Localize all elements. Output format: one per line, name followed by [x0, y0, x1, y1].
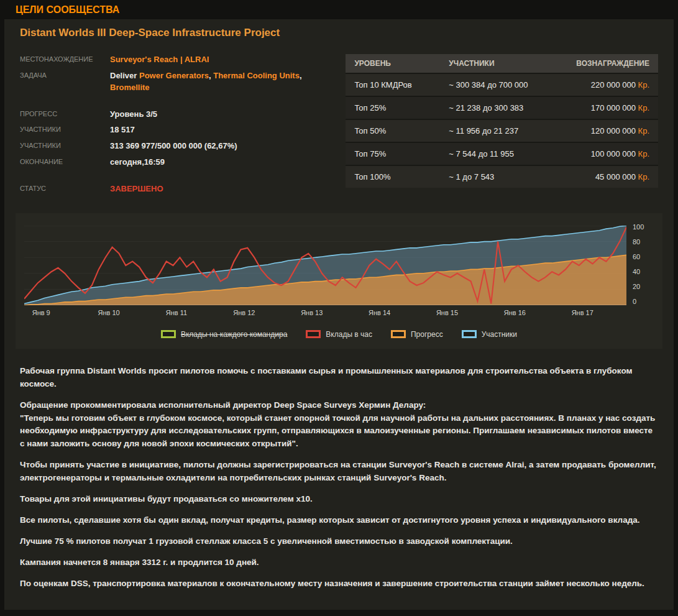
legend-color-box — [161, 330, 176, 338]
description-paragraph: Лучшие 75 % пилотов получат 1 грузовой с… — [20, 535, 658, 548]
x-axis-label: Янв 14 — [369, 309, 390, 316]
rewards-row: Топ 10 КМДРов~ 300 384 до 700 000220 000… — [346, 73, 658, 96]
x-axis-label: Янв 9 — [32, 309, 50, 316]
legend-color-box — [462, 330, 477, 338]
chart-y-axis: 100806040200 — [626, 223, 654, 305]
rewards-header-cell: УРОВЕНЬ — [346, 54, 440, 73]
goal-details: МЕСТОНАХОЖДЕНИЕSurveyor's Reach | ALRAIЗ… — [20, 54, 346, 200]
detail-value: сегодня,16:59 — [110, 157, 165, 168]
detail-row: УЧАСТНИКИ18 517 — [20, 124, 346, 136]
page-title: ЦЕЛИ СООБЩЕСТВА — [0, 0, 678, 19]
y-axis-label: 20 — [633, 283, 654, 290]
rewards-header-cell: ВОЗНАГРАЖДЕНИЕ — [567, 54, 658, 73]
currency-label: Кр. — [638, 172, 649, 182]
detail-label: СТАТУС — [20, 183, 110, 195]
participants-range-cell: ~ 1 до 7 543 — [440, 165, 567, 188]
reward-cell: 220 000 000 Кр. — [567, 73, 658, 96]
rewards-header-cell: УЧАСТНИКИ — [440, 54, 567, 73]
detail-value: Deliver Power Generators, Thermal Coolin… — [110, 70, 302, 94]
goal-chart — [24, 226, 626, 305]
x-axis-label: Янв 13 — [301, 309, 323, 316]
detail-value: 18 517 — [110, 124, 135, 136]
description-paragraph: Обращение прокомментировала исполнительн… — [20, 399, 658, 451]
chart-legend: Вклады на каждого командираВклады в часП… — [24, 330, 654, 339]
legend-color-box — [391, 330, 406, 338]
legend-label: Прогресс — [411, 330, 443, 339]
reward-cell: 170 000 000 Кр. — [567, 96, 658, 119]
legend-color-box — [306, 330, 321, 338]
reward-cell: 120 000 000 Кр. — [567, 119, 658, 142]
rewards-row: Топ 50%~ 11 956 до 21 237120 000 000 Кр. — [346, 119, 658, 142]
y-axis-label: 40 — [633, 268, 654, 275]
reward-amount: 120 000 000 — [591, 126, 638, 136]
detail-row: ПРОГРЕССУровень 3/5 — [20, 109, 346, 121]
detail-row: МЕСТОНАХОЖДЕНИЕSurveyor's Reach | ALRAI — [20, 54, 346, 66]
detail-link[interactable]: Bromellite — [110, 83, 150, 92]
rewards-table: УРОВЕНЬУЧАСТНИКИВОЗНАГРАЖДЕНИЕ Топ 10 КМ… — [346, 54, 658, 188]
detail-label: УЧАСТНИКИ — [20, 124, 110, 136]
legend-item[interactable]: Вклады в час — [306, 330, 372, 339]
x-axis-label: Янв 16 — [504, 309, 526, 316]
tier-cell: Топ 25% — [346, 96, 440, 119]
detail-link[interactable]: Thermal Cooling Units — [213, 71, 300, 80]
detail-row: ЗАДАЧАDeliver Power Generators, Thermal … — [20, 70, 346, 94]
rewards-row: Топ 25%~ 21 238 до 300 383170 000 000 Кр… — [346, 96, 658, 119]
chart-area: Янв 9Янв 10Янв 11Янв 12Янв 13Янв 14Янв 1… — [24, 226, 654, 320]
detail-label: ПРОГРЕСС — [20, 109, 110, 121]
description-paragraph: По оценкам DSS, транспортировка материал… — [20, 577, 658, 591]
tier-cell: Топ 10 КМДРов — [346, 73, 440, 96]
x-axis-label: Янв 10 — [98, 309, 120, 316]
detail-text: , — [300, 71, 302, 80]
y-axis-label: 80 — [633, 238, 654, 246]
description-paragraph: Товары для этой инициативы будут продава… — [20, 493, 658, 506]
detail-value: ЗАВЕРШЕНО — [110, 183, 163, 195]
y-axis-label: 0 — [633, 298, 654, 305]
currency-label: Кр. — [638, 103, 649, 113]
detail-text: Deliver — [110, 71, 139, 80]
participants-range-cell: ~ 11 956 до 21 237 — [440, 119, 567, 142]
detail-row: СТАТУСЗАВЕРШЕНО — [20, 183, 346, 195]
legend-label: Вклады в час — [326, 330, 372, 339]
description-paragraph: Рабочая группа Distant Worlds просит пил… — [20, 365, 658, 391]
goal-info-section: МЕСТОНАХОЖДЕНИЕSurveyor's Reach | ALRAIЗ… — [20, 54, 658, 200]
legend-label: Вклады на каждого командира — [181, 330, 287, 339]
detail-label: ЗАДАЧА — [20, 70, 110, 94]
detail-link[interactable]: Surveyor's Reach | ALRAI — [110, 55, 209, 64]
detail-value: 313 369 977/500 000 000 (62,67%) — [110, 140, 237, 152]
detail-label: ОКОНЧАНИЕ — [20, 157, 110, 168]
reward-amount: 170 000 000 — [591, 103, 638, 113]
detail-text: Уровень 3/5 — [110, 109, 157, 119]
detail-link[interactable]: Power Generators — [139, 71, 209, 80]
detail-text: сегодня,16:59 — [110, 157, 165, 167]
participants-range-cell: ~ 21 238 до 300 383 — [440, 96, 567, 119]
currency-label: Кр. — [638, 149, 649, 159]
tier-cell: Топ 100% — [346, 165, 440, 188]
detail-row: УЧАСТНИКИ313 369 977/500 000 000 (62,67%… — [20, 140, 346, 152]
y-axis-label: 60 — [633, 253, 654, 260]
tier-cell: Топ 75% — [346, 142, 440, 165]
rewards-header-row: УРОВЕНЬУЧАСТНИКИВОЗНАГРАЖДЕНИЕ — [346, 54, 658, 73]
description-paragraph: Все пилоты, сделавшие хотя бы один вклад… — [20, 514, 658, 527]
tier-cell: Топ 50% — [346, 119, 440, 142]
chart-panel: Янв 9Янв 10Янв 11Янв 12Янв 13Янв 14Янв 1… — [16, 213, 662, 349]
goal-description: Рабочая группа Distant Worlds просит пил… — [20, 365, 658, 591]
description-paragraph: Кампания начнется 8 января 3312 г. и про… — [20, 556, 658, 569]
participants-range-cell: ~ 300 384 до 700 000 — [440, 73, 567, 96]
reward-cell: 45 000 000 Кр. — [567, 165, 658, 188]
currency-label: Кр. — [638, 126, 649, 136]
reward-amount: 100 000 000 — [591, 149, 638, 159]
legend-item[interactable]: Прогресс — [391, 330, 443, 339]
participants-range-cell: ~ 7 544 до 11 955 — [440, 142, 567, 165]
rewards-row: Топ 100%~ 1 до 7 54345 000 000 Кр. — [346, 165, 658, 188]
legend-label: Участники — [482, 330, 517, 339]
rewards-table-body: Топ 10 КМДРов~ 300 384 до 700 000220 000… — [346, 73, 658, 188]
community-goal-panel: Distant Worlds III Deep-Space Infrastruc… — [4, 19, 674, 610]
legend-item[interactable]: Вклады на каждого командира — [161, 330, 287, 339]
chart-x-axis: Янв 9Янв 10Янв 11Янв 12Янв 13Янв 14Янв 1… — [24, 309, 626, 320]
status-badge: ЗАВЕРШЕНО — [110, 184, 163, 193]
x-axis-label: Янв 11 — [166, 309, 187, 316]
x-axis-label: Янв 12 — [233, 309, 255, 316]
legend-item[interactable]: Участники — [462, 330, 517, 339]
reward-amount: 45 000 000 — [595, 172, 638, 182]
detail-label: МЕСТОНАХОЖДЕНИЕ — [20, 54, 110, 66]
